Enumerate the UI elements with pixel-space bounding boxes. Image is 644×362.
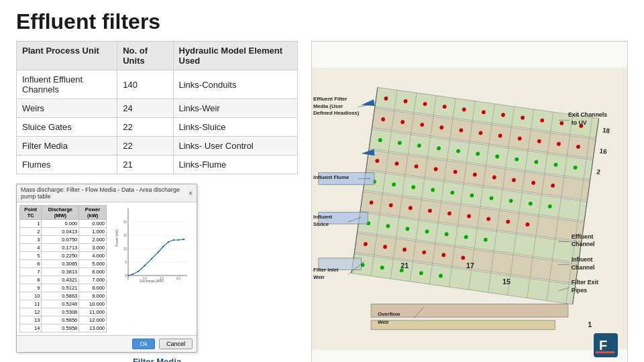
popup-discharge-cell: 0.5958	[42, 324, 79, 333]
popup-table-row: 2 0.0413 1.000	[20, 228, 107, 236]
svg-text:1: 1	[588, 320, 592, 328]
popup-point-cell: 9	[20, 284, 42, 292]
table-row: Filter Media 22 Links- User Control	[17, 137, 298, 156]
svg-text:Influent Flume: Influent Flume	[313, 174, 350, 180]
popup-point-cell: 1	[20, 220, 42, 228]
popup-point-cell: 6	[20, 260, 42, 268]
svg-point-27	[183, 239, 184, 240]
popup-point-cell: 3	[20, 236, 42, 244]
popup-power-cell: 13.000	[79, 324, 107, 333]
popup-power-cell: 4.000	[79, 252, 107, 260]
popup-discharge-cell: 0.5856	[42, 316, 79, 324]
popup-power-cell: 1.000	[79, 228, 107, 236]
table-row: Flumes 21 Links-Flume	[17, 156, 298, 174]
svg-text:15: 15	[502, 278, 511, 286]
caption-text: Filter Media Head/Discharge Curve	[16, 357, 298, 362]
popup-discharge-cell: 0.0750	[42, 236, 79, 244]
diagram-panel: 18 16 2 21 17 15 1	[311, 41, 628, 362]
element-cell: Links-Sluice	[173, 118, 298, 137]
popup-data-table-area: Point TC Discharge (MW) Power (kW) 1 0.0…	[19, 205, 107, 333]
popup-discharge-cell: 0.5121	[42, 284, 79, 292]
svg-text:to UV: to UV	[572, 119, 587, 126]
popup-chart-area: Power (kW) Discharge (MW) 0 5 10 15 2	[109, 205, 194, 286]
count-cell: 24	[117, 99, 173, 118]
popup-cancel-button[interactable]: Cancel	[159, 339, 193, 349]
col-header-element: Hydraulic Model Element Used	[173, 42, 298, 70]
element-cell: Links-Conduits	[173, 70, 298, 99]
svg-text:21: 21	[400, 261, 409, 269]
popup-point-cell: 2	[20, 228, 42, 236]
logo-area: F	[594, 333, 621, 360]
popup-table-row: 12 0.5308 11.000	[20, 308, 107, 316]
popup-point-cell: 7	[20, 268, 42, 276]
svg-point-26	[178, 239, 179, 241]
popup-point-cell: 13	[20, 316, 42, 324]
element-cell: Links-Flume	[173, 156, 298, 174]
page-title: Effluent filters	[0, 0, 644, 41]
popup-discharge-cell: 0.1713	[42, 244, 79, 252]
popup-power-cell: 11.000	[79, 308, 107, 316]
svg-rect-138	[371, 320, 555, 330]
popup-power-cell: 9.000	[79, 292, 107, 300]
popup-data-table: Point TC Discharge (MW) Power (kW) 1 0.0…	[19, 205, 107, 333]
popup-point-cell: 14	[20, 324, 42, 333]
table-row: Weirs 24 Links-Weir	[17, 99, 298, 118]
svg-text:Power (kW): Power (kW)	[115, 229, 119, 247]
count-cell: 22	[117, 118, 173, 137]
svg-text:20: 20	[123, 221, 127, 224]
popup-point-cell: 12	[20, 308, 42, 316]
popup-table-row: 1 0.000 0.000	[20, 220, 107, 228]
svg-text:2.0: 2.0	[160, 277, 164, 280]
svg-text:Pipes: Pipes	[572, 287, 588, 294]
popup-content: Point TC Discharge (MW) Power (kW) 1 0.0…	[17, 202, 197, 335]
count-cell: 21	[117, 156, 173, 174]
popup-discharge-cell: 0.3065	[42, 260, 79, 268]
svg-text:5: 5	[125, 261, 127, 264]
svg-point-23	[162, 246, 164, 247]
svg-text:Sluice: Sluice	[313, 221, 329, 227]
svg-text:Channel: Channel	[572, 241, 595, 247]
svg-point-18	[132, 274, 133, 275]
popup-close-button[interactable]: ×	[189, 190, 193, 197]
svg-text:Weir: Weir	[313, 274, 325, 280]
unit-cell: Sluice Gates	[17, 118, 117, 137]
svg-text:Filter Exit: Filter Exit	[572, 279, 598, 286]
svg-text:Exit Channels: Exit Channels	[568, 111, 607, 118]
svg-text:Weir: Weir	[378, 319, 389, 325]
svg-text:10: 10	[123, 247, 127, 251]
svg-point-22	[158, 251, 159, 253]
main-layout: Plant Process Unit No. of Units Hydrauli…	[0, 41, 644, 362]
popup-discharge-cell: 0.4321	[42, 276, 79, 284]
popup-discharge-cell: 0.2250	[42, 252, 79, 260]
popup-power-cell: 0.000	[79, 220, 107, 228]
svg-text:Defined Headloss): Defined Headloss)	[313, 110, 360, 116]
popup-table-row: 13 0.5856 12.000	[20, 316, 107, 324]
svg-text:17: 17	[466, 261, 474, 269]
svg-rect-137	[371, 304, 568, 317]
count-cell: 140	[117, 70, 173, 99]
popup-table-row: 7 0.3813 6.000	[20, 268, 107, 276]
svg-point-24	[168, 241, 169, 243]
popup-point-cell: 4	[20, 244, 42, 252]
popup-ok-button[interactable]: Ok	[132, 339, 155, 349]
svg-text:Channel: Channel	[572, 264, 595, 271]
popup-col-power: Power (kW)	[79, 206, 107, 220]
svg-text:15: 15	[123, 234, 127, 237]
popup-col-discharge: Discharge (MW)	[42, 206, 79, 220]
popup-table-row: 4 0.1713 3.000	[20, 244, 107, 252]
popup-discharge-cell: 0.3813	[42, 268, 79, 276]
popup-table-row: 14 0.5958 13.000	[20, 324, 107, 333]
logo-box: F	[594, 333, 618, 357]
unit-cell: Weirs	[17, 99, 117, 118]
svg-text:3.0: 3.0	[176, 277, 181, 280]
popup-table-row: 3 0.0750 2.000	[20, 236, 107, 244]
popup-table-row: 5 0.2250 4.000	[20, 252, 107, 260]
svg-rect-173	[596, 351, 614, 353]
popup-point-cell: 10	[20, 292, 42, 300]
svg-text:Effluent: Effluent	[572, 233, 594, 240]
filter-media-dialog: Mass discharge: Filter - Flow Media - Da…	[16, 184, 197, 353]
left-column: Plant Process Unit No. of Units Hydrauli…	[16, 41, 298, 362]
popup-power-cell: 8.000	[79, 284, 107, 292]
svg-text:Effluent Filter: Effluent Filter	[313, 96, 347, 102]
element-cell: Links- User Control	[173, 137, 298, 156]
